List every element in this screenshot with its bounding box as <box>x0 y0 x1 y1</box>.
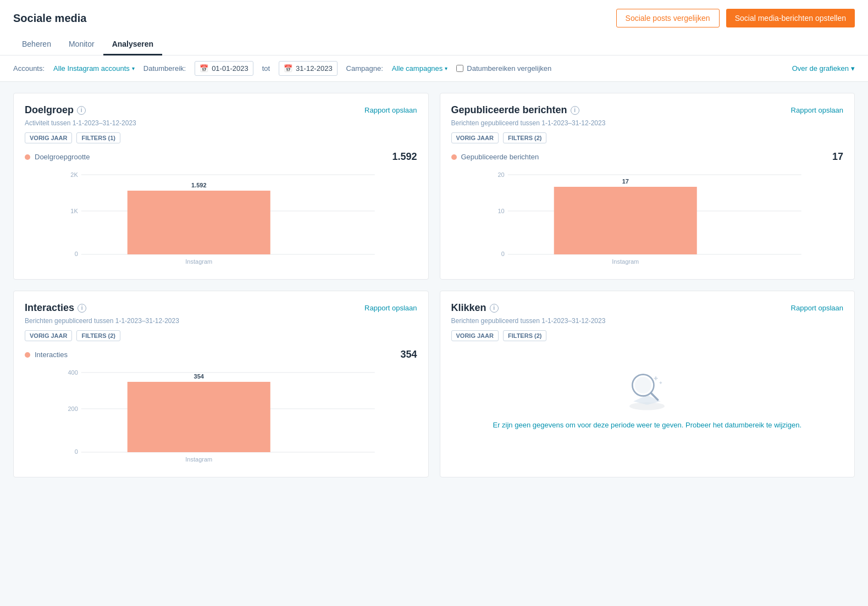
gepubliceerd-tag-1[interactable]: FILTERS (2) <box>503 132 547 143</box>
interacties-card: Interacties i Rapport opslaan Berichten … <box>13 291 429 477</box>
interacties-metric-value: 354 <box>400 349 417 360</box>
svg-text:2K: 2K <box>70 171 78 178</box>
gepubliceerd-chart-svg: 20 10 0 17 Instagram <box>451 169 844 268</box>
header-buttons: Sociale posts vergelijken Social media-b… <box>616 9 855 27</box>
tab-beheren[interactable]: Beheren <box>13 34 60 55</box>
no-data-illustration <box>622 368 672 412</box>
doelgroep-metric-value: 1.592 <box>392 151 417 163</box>
gepubliceerd-dot <box>451 154 457 160</box>
gepubliceerd-rapport-button[interactable]: Rapport opslaan <box>791 106 843 114</box>
nav-tabs: Beheren Monitor Analyseren <box>13 34 855 55</box>
doelgroep-card: Doelgroep i Rapport opslaan Activiteit t… <box>13 93 429 280</box>
gepubliceerd-metric-label: Gepubliceerde berichten <box>461 153 828 161</box>
doelgroep-title: Doelgroep i <box>25 104 86 116</box>
svg-text:Instagram: Instagram <box>185 258 212 265</box>
compare-dates-label: Datumbereiken vergelijken <box>467 64 551 73</box>
interacties-tag-1[interactable]: FILTERS (2) <box>76 330 120 341</box>
compare-dates-checkbox[interactable] <box>456 65 463 72</box>
accounts-label: Accounts: <box>13 64 45 73</box>
interacties-dot <box>25 352 30 358</box>
svg-rect-15 <box>554 187 696 254</box>
daterange-label: Datumbereik: <box>143 64 186 73</box>
doelgroep-info-icon[interactable]: i <box>77 106 86 115</box>
doelgroep-chart: 2K 1K 0 1.592 Instagram <box>25 169 417 268</box>
interacties-chart-svg: 400 200 0 354 Instagram <box>25 367 417 466</box>
klikken-tag-0[interactable]: VORIG JAAR <box>451 330 499 341</box>
campagne-dropdown[interactable]: Alle campagnes ▾ <box>392 64 448 73</box>
date-from-input[interactable]: 📅 01-01-2023 <box>195 61 253 76</box>
tab-monitor[interactable]: Monitor <box>60 34 103 55</box>
gepubliceerd-metric-value: 17 <box>832 151 843 163</box>
klikken-rapport-button[interactable]: Rapport opslaan <box>791 304 843 312</box>
svg-text:Instagram: Instagram <box>612 258 639 265</box>
doelgroep-metric: Doelgroepgrootte 1.592 <box>25 151 417 163</box>
doelgroep-tag-1[interactable]: FILTERS (1) <box>76 132 120 143</box>
over-grafieken-button[interactable]: Over de grafieken ▾ <box>792 64 855 73</box>
calendar-icon-from: 📅 <box>200 64 208 73</box>
svg-text:0: 0 <box>75 448 78 455</box>
interacties-info-icon[interactable]: i <box>78 304 86 313</box>
doelgroep-dot <box>25 154 30 160</box>
svg-text:0: 0 <box>501 251 504 257</box>
calendar-icon-to: 📅 <box>284 64 292 73</box>
klikken-no-data-text: Er zijn geen gegevens om voor deze perio… <box>493 421 801 429</box>
klikken-no-data: Er zijn geen gegevens om voor deze perio… <box>451 349 844 448</box>
gepubliceerd-info-icon[interactable]: i <box>571 106 579 115</box>
interacties-metric-label: Interacties <box>35 351 396 359</box>
klikken-subtitle: Berichten gepubliceerd tussen 1-1-2023–3… <box>451 317 844 325</box>
doelgroep-tag-0[interactable]: VORIG JAAR <box>25 132 72 143</box>
interacties-tag-0[interactable]: VORIG JAAR <box>25 330 72 341</box>
svg-text:1K: 1K <box>70 208 78 214</box>
tab-analyseren[interactable]: Analyseren <box>103 34 162 55</box>
interacties-subtitle: Berichten gepubliceerd tussen 1-1-2023–3… <box>25 317 417 325</box>
create-post-button[interactable]: Social media-berichten opstellen <box>726 9 855 27</box>
svg-text:354: 354 <box>194 373 204 380</box>
gepubliceerd-chart: 20 10 0 17 Instagram <box>451 169 844 268</box>
over-grafieken-caret-icon: ▾ <box>851 64 855 73</box>
svg-point-30 <box>635 377 651 393</box>
doelgroep-chart-svg: 2K 1K 0 1.592 Instagram <box>25 169 417 268</box>
svg-text:0: 0 <box>75 251 78 257</box>
svg-text:Instagram: Instagram <box>185 456 212 463</box>
gepubliceerd-metric: Gepubliceerde berichten 17 <box>451 151 844 163</box>
doelgroep-subtitle: Activiteit tussen 1-1-2023–31-12-2023 <box>25 119 417 127</box>
filter-bar: Accounts: Alle Instagram accounts ▾ Datu… <box>0 55 868 82</box>
klikken-card: Klikken i Rapport opslaan Berichten gepu… <box>440 291 855 477</box>
interacties-title: Interacties i <box>25 302 86 314</box>
compare-dates-checkbox-area: Datumbereiken vergelijken <box>456 64 551 73</box>
page-title: Sociale media <box>13 12 86 25</box>
svg-text:10: 10 <box>497 208 504 214</box>
main-content: Doelgroep i Rapport opslaan Activiteit t… <box>0 82 868 488</box>
svg-text:17: 17 <box>622 178 628 185</box>
date-separator: tot <box>262 64 270 73</box>
svg-rect-24 <box>128 382 270 452</box>
accounts-caret-icon: ▾ <box>132 65 135 71</box>
accounts-dropdown[interactable]: Alle Instagram accounts ▾ <box>53 64 135 73</box>
klikken-tags: VORIG JAAR FILTERS (2) <box>451 330 844 341</box>
interacties-rapport-button[interactable]: Rapport opslaan <box>364 304 417 312</box>
campagne-label: Campagne: <box>346 64 383 73</box>
interacties-tags: VORIG JAAR FILTERS (2) <box>25 330 417 341</box>
gepubliceerd-tag-0[interactable]: VORIG JAAR <box>451 132 499 143</box>
klikken-tag-1[interactable]: FILTERS (2) <box>503 330 547 341</box>
svg-text:200: 200 <box>68 405 78 412</box>
klikken-title: Klikken i <box>451 302 499 314</box>
klikken-info-icon[interactable]: i <box>490 304 499 313</box>
gepubliceerd-subtitle: Berichten gepubliceerd tussen 1-1-2023–3… <box>451 119 844 127</box>
app-header: Sociale media Sociale posts vergelijken … <box>0 0 868 55</box>
compare-posts-button[interactable]: Sociale posts vergelijken <box>616 9 720 27</box>
svg-text:1.592: 1.592 <box>191 182 207 188</box>
svg-text:400: 400 <box>68 369 78 376</box>
svg-text:20: 20 <box>497 171 504 178</box>
gepubliceerd-title: Gepubliceerde berichten i <box>451 104 579 116</box>
interacties-metric: Interacties 354 <box>25 349 417 360</box>
doelgroep-metric-label: Doelgroepgrootte <box>35 153 388 161</box>
interacties-chart: 400 200 0 354 Instagram <box>25 367 417 466</box>
gepubliceerd-tags: VORIG JAAR FILTERS (2) <box>451 132 844 143</box>
date-to-input[interactable]: 📅 31-12-2023 <box>279 61 338 76</box>
doelgroep-rapport-button[interactable]: Rapport opslaan <box>364 106 417 114</box>
svg-rect-6 <box>128 191 270 254</box>
doelgroep-tags: VORIG JAAR FILTERS (1) <box>25 132 417 143</box>
campagne-caret-icon: ▾ <box>445 65 447 71</box>
gepubliceerd-card: Gepubliceerde berichten i Rapport opslaa… <box>440 93 855 280</box>
